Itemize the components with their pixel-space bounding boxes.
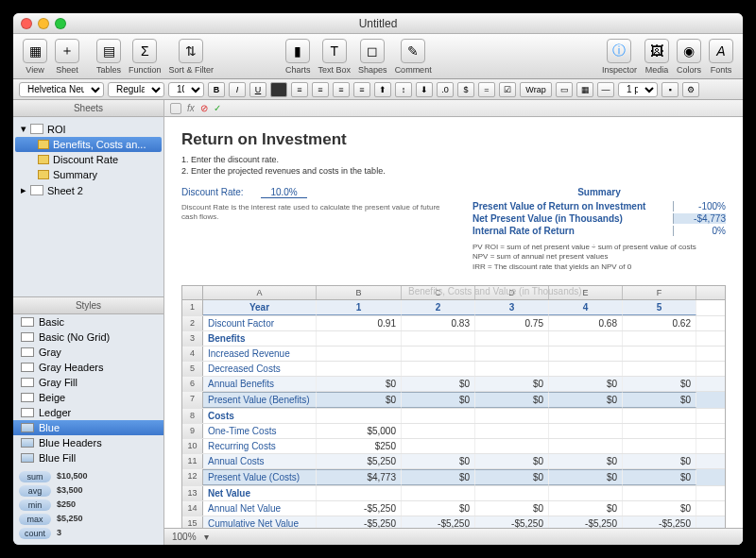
status-bar: 100%▾ [164,528,743,545]
styles-header: Styles [13,297,163,314]
stat-avg[interactable]: avg [19,485,51,497]
table-row[interactable]: 11Annual Costs$5,250$0$0$0$0 [182,454,725,469]
style-ledger[interactable]: Ledger [13,405,163,420]
border-style-button[interactable]: — [597,82,614,97]
function-button[interactable]: ΣFunction [129,39,162,75]
view-button[interactable]: ▦View [23,39,47,75]
underline-button[interactable]: U [249,82,266,97]
fill-color-button[interactable]: ▭ [556,82,573,97]
media-button[interactable]: 🖼Media [644,39,669,75]
formula-button[interactable]: = [478,82,495,97]
style-gray-fill[interactable]: Gray Fill [13,375,163,390]
zoom-level[interactable]: 100% [172,532,197,542]
sidebar-item-roi[interactable]: ▾ROI [15,121,162,137]
align-center-button[interactable]: ≡ [312,82,329,97]
fx-menu-icon[interactable] [170,103,181,114]
formula-bar[interactable]: fx ⊘ ✓ [164,100,743,117]
table-row[interactable]: 12Present Value (Costs)$4,773$0$0$0$0 [182,469,725,486]
style-blue-fill[interactable]: Blue Fill [13,450,163,465]
sheet-button[interactable]: ＋Sheet [55,39,79,75]
sidebar-item-discount[interactable]: Discount Rate [15,152,162,167]
table-row[interactable]: 4Increased Revenue [182,347,725,362]
sortfilter-button[interactable]: ⇅Sort & Filter [169,39,215,75]
shapes-button[interactable]: ◻Shapes [358,39,387,75]
table-row[interactable]: 5Decreased Costs [182,362,725,377]
fonts-button[interactable]: AFonts [709,39,733,75]
page-title: Return on Investment [181,130,726,149]
valign-top-button[interactable]: ⬆ [374,82,391,97]
stat-count[interactable]: count [19,528,51,539]
align-justify-button[interactable]: ≡ [353,82,370,97]
style-basic[interactable]: Basic [13,314,163,330]
style-basic-no-grid-[interactable]: Basic (No Grid) [13,330,163,345]
tables-button[interactable]: ▤Tables [96,39,121,75]
charts-button[interactable]: ▮Charts [285,39,311,75]
summary-box: Summary Present Value of Return on Inves… [472,187,726,272]
table-row[interactable]: 15Cumulative Net Value-$5,250-$5,250-$5,… [182,516,725,528]
table-row[interactable]: 13Net Value [182,486,725,501]
border-color-button[interactable]: ▪ [662,82,679,97]
titlebar: Untitled [13,13,743,34]
style-blue[interactable]: Blue [13,420,163,435]
borders-button[interactable]: ▦ [576,82,593,97]
toolbar: ▦View ＋Sheet ▤Tables ΣFunction ⇅Sort & F… [13,34,743,79]
table-row[interactable]: 10Recurring Costs$250 [182,439,725,454]
table-row[interactable]: 6Annual Benefits$0$0$0$0$0 [182,377,725,392]
font-size-select[interactable]: 10 [168,82,204,97]
font-family-select[interactable]: Helvetica Neue [19,82,104,97]
sheets-header: Sheets [13,100,163,117]
sidebar-item-benefits[interactable]: Benefits, Costs an... [15,137,162,152]
sidebar-item-summary[interactable]: Summary [15,167,162,182]
minimize-icon[interactable] [38,18,49,29]
spreadsheet-table[interactable]: Benefits, Costs and Value (in Thousands)… [181,285,726,528]
style-blue-headers[interactable]: Blue Headers [13,435,163,450]
style-gray-headers[interactable]: Gray Headers [13,360,163,375]
textbox-button[interactable]: TText Box [318,39,352,75]
currency-button[interactable]: $ [457,82,474,97]
style-beige[interactable]: Beige [13,390,163,405]
wrap-button[interactable]: Wrap [520,82,552,97]
align-left-button[interactable]: ≡ [291,82,308,97]
border-width-select[interactable]: 1 pt [618,82,658,97]
table-row[interactable]: 2Discount Factor0.910.830.750.680.62 [182,316,725,331]
actions-button[interactable]: ⚙ [682,82,699,97]
decimal-button[interactable]: .0 [437,82,454,97]
style-gray[interactable]: Gray [13,345,163,360]
format-bar: Helvetica Neue Regular 10 B I U ≡ ≡ ≡ ≡ … [13,79,743,100]
text-color-button[interactable] [270,82,287,97]
sidebar-item-sheet2[interactable]: ▸Sheet 2 [15,182,162,198]
table-row[interactable]: 3Benefits [182,331,725,347]
window-title: Untitled [359,17,398,30]
stats-panel: sum$10,500 avg$3,500 min$250 max$5,250 c… [13,465,163,545]
canvas[interactable]: Return on Investment 1. Enter the discou… [164,117,743,528]
window: Untitled ▦View ＋Sheet ▤Tables ΣFunction … [13,13,743,545]
table-row[interactable]: 14Annual Net Value-$5,250$0$0$0$0 [182,501,725,516]
table-row[interactable]: 8Costs [182,409,725,424]
valign-bottom-button[interactable]: ⬇ [416,82,433,97]
colors-button[interactable]: ◉Colors [677,39,701,75]
stat-sum[interactable]: sum [19,471,51,482]
table-row[interactable]: 7Present Value (Benefits)$0$0$0$0$0 [182,392,725,409]
table-row[interactable]: 9One-Time Costs$5,000 [182,424,725,439]
inspector-button[interactable]: ⓘInspector [602,39,637,75]
valign-middle-button[interactable]: ↕ [395,82,412,97]
zoom-icon[interactable] [55,18,66,29]
stat-min[interactable]: min [19,499,51,511]
stat-max[interactable]: max [19,514,51,525]
bold-button[interactable]: B [208,82,225,97]
align-right-button[interactable]: ≡ [333,82,350,97]
font-weight-select[interactable]: Regular [108,82,164,97]
checkbox-button[interactable]: ☑ [499,82,516,97]
discount-rate-value[interactable]: 10.0% [261,187,306,198]
close-icon[interactable] [21,18,32,29]
sidebar: Sheets ▾ROI Benefits, Costs an... Discou… [13,100,164,545]
italic-button[interactable]: I [229,82,246,97]
comment-button[interactable]: ✎Comment [395,39,432,75]
